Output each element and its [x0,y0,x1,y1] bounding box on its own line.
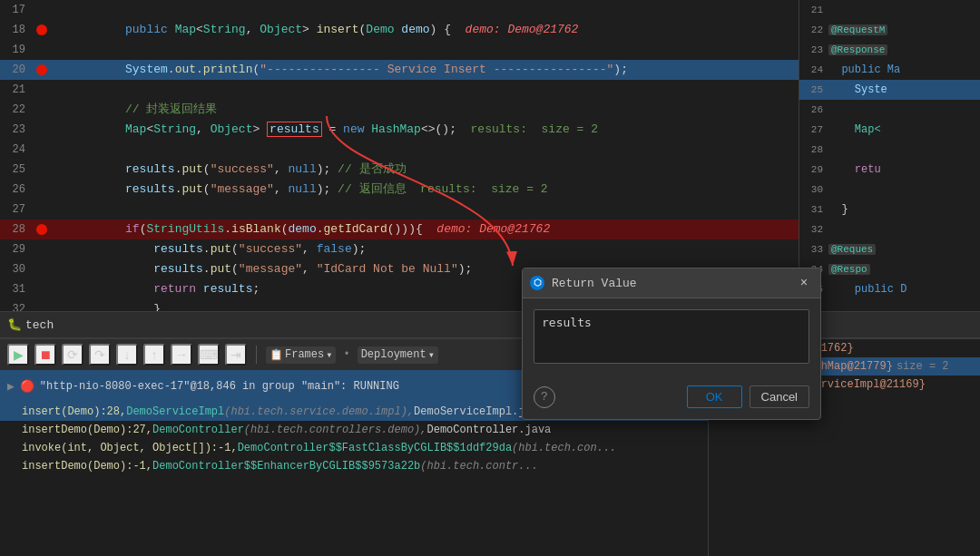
frame-file-italic-1: (hbi.tech.controllers.demo), [244,424,427,436]
modal-body: results [523,298,820,378]
run-to-cursor-btn[interactable]: → [171,344,192,366]
line-num-21: 21 [0,83,33,96]
frame-class-1: DemoController [152,424,244,436]
line-num-30: 30 [0,263,33,276]
thread-text: "http-nio-8080-exec-17"@18,846 in group … [40,380,399,393]
stack-frame-2[interactable]: invoke(int, Object, Object[]):-1, DemoCo… [0,439,708,457]
line-num-20: 20 [0,63,33,76]
modal-cancel-btn[interactable]: Cancel [750,385,809,408]
right-line-22: 22 @RequestM [799,20,980,40]
frames-dropdown[interactable]: 📋 Frames ▾ [266,346,336,364]
line-num-29: 29 [0,243,33,256]
code-line-18: 18 public Map<String, Object> insert(Dem… [0,20,799,40]
modal-close-btn[interactable]: × [795,274,813,292]
force-step-into-btn[interactable]: ⇥ [225,344,247,366]
frame-file-italic-0: (hbi.tech.service.demo.impl), [224,405,414,418]
stop-btn[interactable]: ⏹ [34,344,56,366]
var-extra-results: size = 2 [897,360,949,373]
evaluate-btn[interactable]: ⌨ [198,344,220,366]
restart-btn[interactable]: ⟳ [62,344,83,366]
deployment-arrow: ▾ [428,348,435,362]
breakpoint-28[interactable] [36,224,47,235]
right-line-25: 25 Syste [799,80,980,100]
modal-icon: ⬡ [530,276,544,290]
main-container: 17 18 public Map<String, Object> insert(… [0,0,980,556]
frame-class-0: DemoServiceImpl [126,405,224,418]
line-num-17: 17 [0,4,33,16]
gutter-18 [33,24,51,35]
right-overview-panel: 21 22 @RequestM 23 @Response 24 public M… [799,0,980,311]
frames-arrow: ▾ [326,348,332,362]
line-num-31: 31 [0,283,33,296]
right-line-31: 31 } [799,200,980,219]
frame-file-italic-2: (hbi.tech.con... [512,442,616,454]
frames-label: Frames [285,348,324,361]
right-line-34: 34 @Respo [799,259,980,279]
thread-icon: 🔴 [20,379,34,394]
frame-file-1: DemoController.java [427,424,552,436]
step-out-btn[interactable]: ↑ [143,344,165,366]
separator-dot: • [343,348,349,361]
code-editor-area: 17 18 public Map<String, Object> insert(… [0,0,980,311]
code-line-20: 20 System.out.println("---------------- … [0,60,799,80]
step-into-btn[interactable]: ↓ [116,344,138,366]
gutter-28 [33,224,51,235]
right-line-24: 24 public Ma [799,60,980,80]
right-line-33: 33 @Reques [799,239,980,259]
right-line-29: 29 retu [799,160,980,180]
line-num-18: 18 [0,24,33,36]
line-num-24: 24 [0,143,33,156]
right-line-21: 21 [799,0,980,20]
modal-help-btn[interactable]: ? [534,386,555,408]
thread-expand-icon: ▶ [7,379,15,394]
resume-btn[interactable]: ▶ [7,344,29,366]
deployment-label: Deployment [361,348,426,361]
line-num-25: 25 [0,163,33,176]
debug-bar: 🐛 tech [0,311,980,338]
right-line-30: 30 [799,180,980,200]
line-num-19: 19 [0,44,33,56]
right-line-32: 32 [799,219,980,239]
line-num-23: 23 [0,123,33,136]
code-line-23: 23 Map<String, Object> results = new Has… [0,120,799,140]
left-code-panel: 17 18 public Map<String, Object> insert(… [0,0,799,311]
debug-label[interactable]: tech [25,318,54,332]
modal-input[interactable]: results [534,309,809,364]
line-num-28: 28 [0,223,33,236]
frame-method-0: insert(Demo):28, [22,405,126,418]
stack-frame-1[interactable]: insertDemo(Demo):27, DemoController (hbi… [0,421,708,439]
modal-footer: ? OK Cancel [523,378,820,419]
return-value-modal: ⬡ Return Value × results ? OK Cancel [522,268,821,420]
step-over-btn[interactable]: ↷ [89,344,111,366]
code-line-26: 26 results.put("message", null); // 返回信息… [0,180,799,200]
frame-file-italic-3: (hbi.tech.contr... [420,460,538,473]
modal-ok-btn[interactable]: OK [687,385,742,408]
gutter-20 [33,64,51,75]
line-num-22: 22 [0,103,33,116]
results-highlight: results [267,122,322,137]
breakpoint-20[interactable] [36,64,47,75]
right-line-27: 27 Map< [799,120,980,140]
right-line-23: 23 @Response [799,40,980,60]
bottom-debug-area: ▶ ⏹ ⟳ ↷ ↓ ↑ → ⌨ ⇥ 📋 Frames ▾ • Deploymen… [0,338,980,556]
line-num-26: 26 [0,183,33,196]
frame-class-3: DemoController$$EnhancerByCGLIB$$9573a22… [152,460,420,473]
debug-icon: 🐛 [7,317,22,332]
frames-icon: 📋 [270,348,283,362]
line-num-32: 32 [0,303,33,311]
line-num-27: 27 [0,203,33,216]
frame-class-2: DemoController$$FastClassByCGLIB$$1ddf29… [238,442,512,454]
right-line-28: 28 [799,140,980,160]
frame-method-2: invoke(int, Object, Object[]):-1, [22,442,238,454]
frame-method-3: insertDemo(Demo):-1, [22,460,152,473]
deployment-dropdown[interactable]: Deployment ▾ [358,346,438,364]
breakpoint-18[interactable] [36,24,47,35]
frame-method-1: insertDemo(Demo):27, [22,424,152,436]
right-line-35: 35 public D [799,279,980,299]
modal-title-bar: ⬡ Return Value × [523,268,820,298]
right-line-26: 26 [799,100,980,120]
modal-title-text: Return Value [552,277,788,290]
stack-frame-3[interactable]: insertDemo(Demo):-1, DemoController$$Enh… [0,457,708,475]
